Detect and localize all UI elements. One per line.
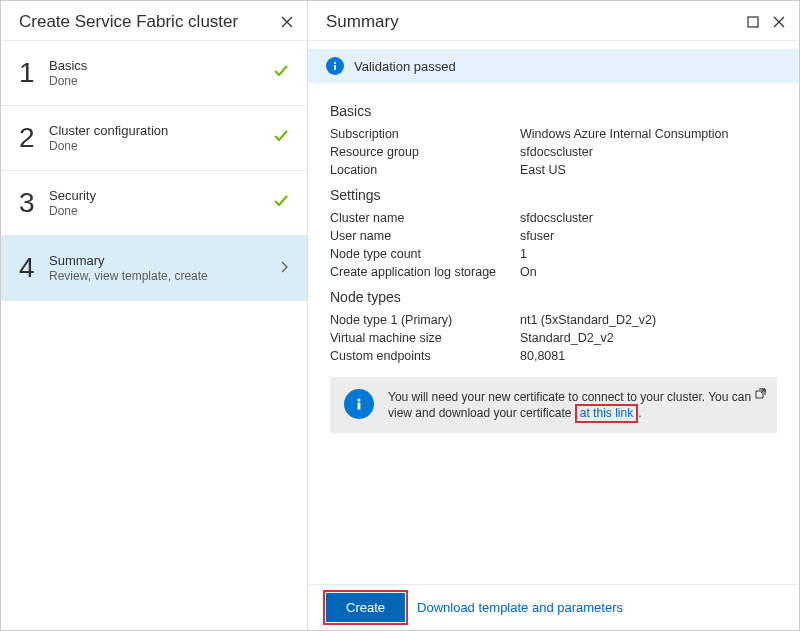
wizard-panel: Create Service Fabric cluster 1 Basics D… xyxy=(1,1,308,630)
svg-rect-0 xyxy=(748,17,758,27)
summary-body: Basics SubscriptionWindows Azure Interna… xyxy=(308,83,799,584)
info-icon xyxy=(344,389,374,419)
step-security[interactable]: 3 Security Done xyxy=(1,171,307,236)
kv-value: sfuser xyxy=(520,229,777,243)
kv-value: Standard_D2_v2 xyxy=(520,331,777,345)
check-icon xyxy=(273,193,289,213)
maximize-icon[interactable] xyxy=(745,14,761,30)
info-icon xyxy=(326,57,344,75)
kv-row: Cluster namesfdocscluster xyxy=(330,209,777,227)
step-subtitle: Done xyxy=(49,139,273,153)
kv-row: Create application log storageOn xyxy=(330,263,777,281)
cert-text-after: . xyxy=(638,406,641,420)
kv-value: 1 xyxy=(520,247,777,261)
create-button[interactable]: Create xyxy=(326,593,405,622)
check-icon xyxy=(273,63,289,83)
kv-label: Virtual machine size xyxy=(330,331,520,345)
step-title: Summary xyxy=(49,253,279,268)
certificate-info: You will need your new certificate to co… xyxy=(330,377,777,433)
kv-value: East US xyxy=(520,163,777,177)
step-number: 2 xyxy=(19,122,49,154)
summary-title: Summary xyxy=(326,12,399,32)
kv-value: nt1 (5xStandard_D2_v2) xyxy=(520,313,777,327)
wizard-title: Create Service Fabric cluster xyxy=(19,12,238,32)
step-subtitle: Done xyxy=(49,204,273,218)
summary-header: Summary xyxy=(308,1,799,41)
kv-value: sfdocscluster xyxy=(520,211,777,225)
kv-label: Node type count xyxy=(330,247,520,261)
kv-label: Custom endpoints xyxy=(330,349,520,363)
kv-label: Create application log storage xyxy=(330,265,520,279)
close-icon[interactable] xyxy=(279,14,295,30)
step-title: Cluster configuration xyxy=(49,123,273,138)
section-nodetypes: Node types xyxy=(330,289,777,305)
wizard-steps: 1 Basics Done 2 Cluster configuration Do… xyxy=(1,41,307,301)
section-settings: Settings xyxy=(330,187,777,203)
cert-text-before: You will need your new certificate to co… xyxy=(388,390,751,420)
kv-value: On xyxy=(520,265,777,279)
validation-banner: Validation passed xyxy=(308,49,799,83)
step-cluster-config[interactable]: 2 Cluster configuration Done xyxy=(1,106,307,171)
kv-row: Node type count1 xyxy=(330,245,777,263)
kv-row: Resource groupsfdocscluster xyxy=(330,143,777,161)
popout-icon[interactable] xyxy=(754,387,767,403)
summary-panel: Summary Validation passed Basics Subscri… xyxy=(308,1,799,630)
kv-row: Custom endpoints80,8081 xyxy=(330,347,777,365)
section-basics: Basics xyxy=(330,103,777,119)
check-icon xyxy=(273,128,289,148)
step-number: 3 xyxy=(19,187,49,219)
step-number: 1 xyxy=(19,57,49,89)
kv-row: SubscriptionWindows Azure Internal Consu… xyxy=(330,125,777,143)
kv-label: Subscription xyxy=(330,127,520,141)
kv-row: Node type 1 (Primary)nt1 (5xStandard_D2_… xyxy=(330,311,777,329)
svg-rect-4 xyxy=(358,403,361,410)
step-summary[interactable]: 4 Summary Review, view template, create xyxy=(1,236,307,301)
svg-point-3 xyxy=(358,399,361,402)
chevron-right-icon xyxy=(279,260,289,276)
svg-rect-2 xyxy=(334,65,336,70)
kv-value: 80,8081 xyxy=(520,349,777,363)
kv-label: Cluster name xyxy=(330,211,520,225)
kv-value: Windows Azure Internal Consumption xyxy=(520,127,777,141)
wizard-header: Create Service Fabric cluster xyxy=(1,1,307,41)
step-basics[interactable]: 1 Basics Done xyxy=(1,41,307,106)
step-title: Security xyxy=(49,188,273,203)
step-title: Basics xyxy=(49,58,273,73)
close-icon[interactable] xyxy=(771,14,787,30)
kv-value: sfdocscluster xyxy=(520,145,777,159)
validation-text: Validation passed xyxy=(354,59,456,74)
kv-row: User namesfuser xyxy=(330,227,777,245)
kv-label: User name xyxy=(330,229,520,243)
footer: Create Download template and parameters xyxy=(308,584,799,630)
certificate-link[interactable]: at this link xyxy=(575,404,638,423)
download-template-link[interactable]: Download template and parameters xyxy=(417,600,623,615)
kv-row: LocationEast US xyxy=(330,161,777,179)
svg-point-1 xyxy=(334,62,336,64)
step-subtitle: Review, view template, create xyxy=(49,269,279,283)
kv-label: Location xyxy=(330,163,520,177)
step-number: 4 xyxy=(19,252,49,284)
step-subtitle: Done xyxy=(49,74,273,88)
kv-row: Virtual machine sizeStandard_D2_v2 xyxy=(330,329,777,347)
kv-label: Resource group xyxy=(330,145,520,159)
kv-label: Node type 1 (Primary) xyxy=(330,313,520,327)
certificate-text: You will need your new certificate to co… xyxy=(388,389,763,421)
